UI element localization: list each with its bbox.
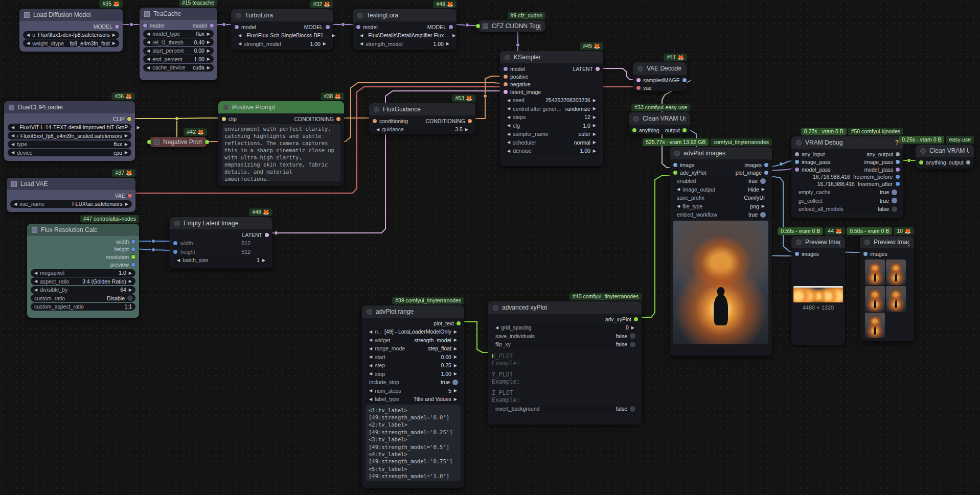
widget-save_prefix[interactable]: save_prefixComfyUI (673, 194, 768, 202)
toggle-widget-invert_background[interactable]: invert_backgroundfalse (492, 405, 638, 413)
arrow-right-icon[interactable]: ▶ (454, 397, 457, 402)
node-clean-vram-used-33[interactable]: #33 comfyui-easy-useClean VRAM Usedanyth… (629, 112, 690, 134)
widget-widget[interactable]: ◀widgetstrength_model▶ (366, 336, 461, 344)
arrow-left-icon[interactable]: ◀ (369, 397, 372, 402)
input-port[interactable]: images (863, 251, 887, 257)
input-port-dot[interactable] (795, 252, 799, 256)
arrow-left-icon[interactable]: ◀ (27, 41, 30, 45)
input-port-dot[interactable] (143, 23, 147, 28)
node-header[interactable]: Load Diffusion Model (19, 9, 123, 21)
input-port-dot[interactable] (235, 25, 239, 29)
output-port-dot[interactable] (764, 163, 768, 167)
wire-reroute-dot[interactable] (465, 23, 469, 27)
output-port[interactable]: output (949, 159, 970, 166)
collapse-toggle-icon[interactable] (223, 105, 229, 110)
node-positive-prompt[interactable]: #38 🦊Positive PromptclipCONDITIONINGenvi… (218, 101, 344, 186)
input-port[interactable]: model (356, 24, 378, 30)
input-port-dot[interactable] (373, 119, 377, 123)
arrow-left-icon[interactable]: ◀ (677, 204, 680, 208)
arrow-right-icon[interactable]: ▶ (631, 325, 634, 330)
widget-step[interactable]: ◀step0.25▶ (366, 362, 461, 369)
widget-batch_size[interactable]: ◀batch_size1▶ (173, 256, 269, 264)
toggle-widget-embed_workflow[interactable]: embed_workflowtrue (673, 211, 768, 219)
node-vae-decode[interactable]: #41 🦊VAE DecodesamplesIMAGEvae (633, 62, 687, 91)
output-port-dot[interactable] (896, 160, 900, 164)
arrow-left-icon[interactable]: ◀ (11, 142, 14, 147)
output-port[interactable]: adv_xyPlot (605, 316, 638, 322)
arrow-right-icon[interactable]: ▶ (454, 346, 457, 351)
node-header[interactable]: advPlot range (362, 305, 464, 318)
arrow-right-icon[interactable]: ▶ (593, 123, 596, 128)
text-area[interactable]: Y_PLOTExample: (492, 371, 638, 385)
input-port[interactable]: model (504, 66, 525, 72)
toggle-widget-save_individuals[interactable]: save_individualsfalse (492, 332, 638, 340)
output-port-dot[interactable] (115, 25, 119, 29)
input-port-dot[interactable] (636, 78, 641, 82)
output-port[interactable]: LATENT (573, 66, 600, 72)
arrow-right-icon[interactable]: ▶ (446, 41, 449, 46)
node-flux-resolution-calc[interactable]: #47 controlaltai-nodesFlux Resolution Ca… (27, 224, 139, 318)
output-port-dot[interactable] (682, 128, 687, 132)
node-ksampler[interactable]: #45 🦊KSamplermodelLATENTpositivenegative… (500, 51, 603, 166)
node-load-diffusion-model[interactable]: #35 🦊Load Diffusion ModelMODEL◀u ...Flux… (19, 9, 123, 52)
widget-strength_model[interactable]: ◀strength_model1.00▶ (356, 40, 453, 48)
input-port-dot[interactable] (673, 163, 677, 167)
widget-u----[interactable]: ◀u ...Flux\flux1-dev-fp8.safetensors▶ (23, 31, 119, 39)
output-port-dot[interactable] (896, 152, 900, 156)
node-clean-vram-used-right[interactable]: 0.25s - vram 0 Beasy-useClean VRAM Useda… (916, 145, 974, 169)
output-port[interactable]: width (116, 239, 135, 245)
output-port[interactable]: IMAGE (663, 77, 683, 83)
node-vram-debug[interactable]: 0.27s - vram 0 B#50 comfyui-kjnodesVRAM … (791, 136, 903, 218)
arrow-left-icon[interactable]: ◀ (360, 41, 363, 46)
arrow-left-icon[interactable]: ◀ (495, 325, 498, 330)
input-port-dot[interactable] (636, 86, 641, 90)
toggle-knob[interactable] (892, 206, 897, 212)
wire-reroute-dot[interactable] (341, 22, 345, 26)
output-port[interactable]: CONDITIONING (294, 116, 340, 122)
output-port[interactable]: VAE (115, 193, 132, 199)
text-area[interactable]: environment with perfect clarity,catchin… (222, 124, 340, 181)
arrow-right-icon[interactable]: ▶ (593, 149, 596, 153)
widget-sampler_name[interactable]: ◀sampler_nameeuler▶ (504, 130, 600, 138)
output-port[interactable]: model_pass (864, 167, 900, 173)
widget-range_mode[interactable]: ◀range_modestep_float▶ (366, 345, 461, 352)
widget-strength_model[interactable]: ◀strength_model1.00▶ (235, 40, 330, 48)
arrow-right-icon[interactable]: ▶ (762, 204, 765, 208)
output-port[interactable]: image_pass (864, 159, 900, 165)
output-port[interactable]: MODEL (94, 23, 119, 30)
node-header[interactable]: advanced xyPlot (488, 301, 642, 314)
arrow-left-icon[interactable]: ◀ (360, 33, 363, 38)
arrow-right-icon[interactable]: ▶ (593, 106, 596, 111)
collapse-toggle-icon[interactable] (236, 13, 241, 18)
arrow-left-icon[interactable]: ◀ (14, 202, 17, 206)
widget-divisible_by[interactable]: ◀divisible_by64▶ (31, 286, 135, 294)
collapse-toggle-icon[interactable] (174, 221, 180, 226)
node-header[interactable]: advPlot images (670, 147, 772, 159)
output-port-dot[interactable] (127, 117, 131, 121)
toggle-widget-custom_ratio[interactable]: custom_ratioDisable (31, 294, 135, 302)
toggle-knob[interactable] (892, 190, 897, 195)
input-widget-row[interactable]: height512 (170, 248, 272, 255)
arrow-right-icon[interactable]: ▶ (454, 338, 457, 342)
arrow-right-icon[interactable]: ▶ (137, 125, 140, 130)
node-header[interactable]: Load VAE (7, 178, 135, 190)
input-port-dot[interactable] (504, 82, 508, 86)
input-port-dot[interactable] (173, 241, 177, 245)
arrow-left-icon[interactable]: ◀ (369, 363, 372, 368)
node-cfz-cudnn-toggle[interactable]: #9 cfz_cudnnCFZ CUDNN Toggle (478, 20, 545, 32)
toggle-knob[interactable] (127, 295, 133, 301)
node-header[interactable]: Empty Latent Image (170, 217, 272, 229)
output-port-dot[interactable] (896, 182, 900, 186)
toggle-widget-flip_xy[interactable]: flip_xyfalse (492, 341, 638, 348)
collapse-toggle-icon[interactable] (154, 139, 159, 145)
collapse-toggle-icon[interactable] (637, 66, 643, 72)
output-port-dot[interactable] (265, 233, 269, 237)
widget-type[interactable]: ◀typeflux▶ (8, 140, 131, 148)
widget-model_type[interactable]: ◀model_typeflux▶ (143, 30, 214, 38)
node-empty-latent-image[interactable]: #48 🦊Empty Latent ImageLATENTwidth512hei… (170, 217, 272, 268)
output-port-dot[interactable] (336, 117, 340, 121)
help-icon[interactable]: ? (895, 139, 899, 146)
arrow-right-icon[interactable]: ▶ (593, 98, 596, 103)
output-port[interactable]: LATENT (242, 232, 269, 238)
arrow-right-icon[interactable]: ▶ (454, 388, 457, 393)
